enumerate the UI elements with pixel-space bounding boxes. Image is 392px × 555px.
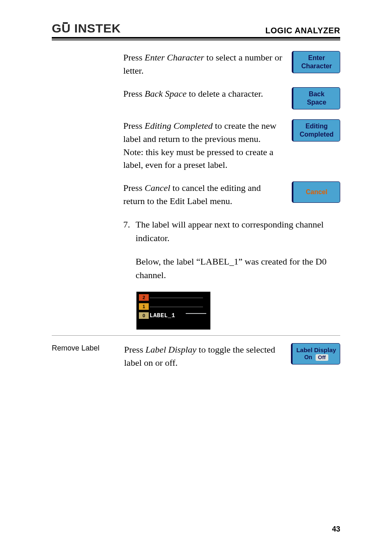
softkey-line1: Enter — [308, 54, 325, 62]
instruction-editing-completed: Press Editing Completed to create the ne… — [123, 119, 340, 172]
instruction-text: Press Enter Character to select a number… — [123, 51, 284, 77]
instruction-text: Press Back Space to delete a character. — [123, 87, 284, 100]
page-header: GU INSTEK LOGIC ANALYZER — [52, 21, 340, 39]
softkey-line2: Space — [307, 98, 326, 107]
softkey-title: Label Display — [296, 346, 336, 354]
text-prefix: Press — [123, 121, 145, 131]
key-name-italic: Cancel — [145, 183, 170, 193]
instruction-text: Press Editing Completed to create the ne… — [123, 119, 284, 172]
instruction-enter-character: Press Enter Character to select a number… — [123, 51, 340, 77]
softkey-line1: Cancel — [306, 188, 327, 196]
step-7: 7. The label will appear next to corresp… — [123, 218, 340, 330]
softkey-line2: Character — [301, 62, 332, 70]
text-prefix: Press — [123, 88, 145, 99]
channel-label-text: LABEL_1 — [150, 311, 175, 320]
text-prefix: Press — [123, 52, 145, 63]
page-number: 43 — [332, 525, 340, 534]
key-name-italic: Label Display — [145, 344, 196, 355]
note-text: Note: this key must be pressed to create… — [123, 147, 273, 170]
softkey-line2: Completed — [300, 130, 334, 139]
enter-character-softkey[interactable]: Enter Character — [292, 51, 340, 73]
cancel-softkey[interactable]: Cancel — [292, 181, 340, 203]
remove-label-section: Remove Label Press Label Display to togg… — [52, 343, 340, 369]
step7-para2: Below, the label “LABEL_1” was created f… — [136, 255, 340, 282]
step7-para1: The label will appear next to correspond… — [136, 218, 340, 245]
remove-label-heading: Remove Label — [52, 343, 113, 369]
key-name-italic: Back Space — [145, 88, 187, 99]
toggle-on-label: On — [304, 354, 312, 361]
toggle-state: On Off — [304, 354, 328, 361]
section-divider — [52, 335, 340, 336]
brand-logo: GU INSTEK — [52, 21, 121, 35]
softkey-line1: Editing — [305, 122, 327, 130]
remove-label-text: Press Label Display to toggle the select… — [124, 343, 283, 369]
text-suffix: to delete a character. — [187, 88, 263, 99]
text-prefix: Press — [124, 344, 145, 355]
instruction-cancel: Press Cancel to cancel the editing and r… — [123, 181, 340, 208]
section-title: LOGIC ANALYZER — [265, 26, 340, 35]
text-prefix: Press — [123, 183, 145, 193]
softkey-line1: Back — [309, 90, 324, 98]
instruction-text: Press Cancel to cancel the editing and r… — [123, 181, 284, 208]
key-name-italic: Editing Completed — [145, 121, 213, 131]
label-display-softkey[interactable]: Label Display On Off — [291, 343, 340, 365]
channel-badge-2: 2 — [139, 294, 149, 301]
channel-label-screenshot: 2 1 0 LABEL_1 — [136, 292, 210, 330]
back-space-softkey[interactable]: Back Space — [292, 87, 340, 109]
toggle-off-label: Off — [316, 354, 328, 361]
instruction-back-space: Press Back Space to delete a character. … — [123, 87, 340, 109]
channel-badge-1: 1 — [139, 303, 149, 310]
editing-completed-softkey[interactable]: Editing Completed — [292, 119, 340, 142]
step-number: 7. — [123, 218, 131, 330]
key-name-italic: Enter Character — [145, 52, 204, 63]
channel-badge-0: 0 — [139, 312, 149, 319]
